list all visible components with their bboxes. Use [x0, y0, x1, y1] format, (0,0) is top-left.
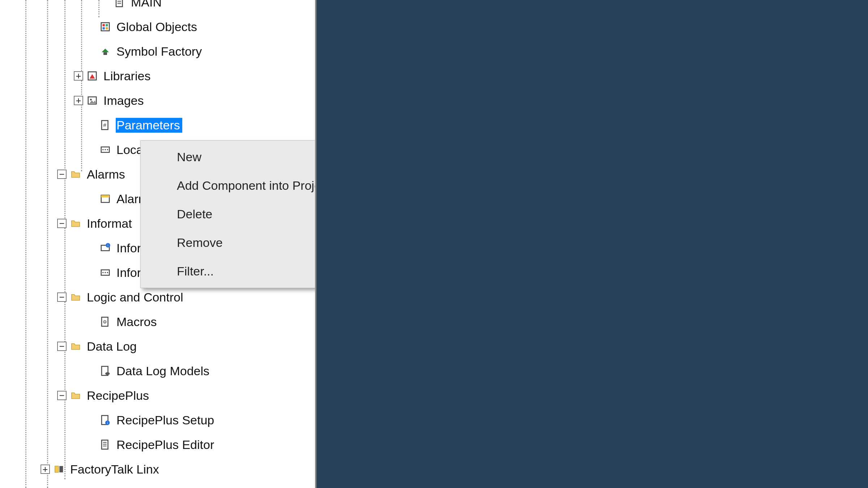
svg-point-29 — [107, 272, 109, 273]
info-setup-icon: i — [100, 243, 111, 253]
tree-item-libraries[interactable]: + Libraries — [0, 64, 315, 88]
svg-text:#: # — [103, 122, 107, 128]
macros-icon: ⚙ — [100, 316, 111, 327]
expander-minus[interactable]: − — [57, 391, 67, 400]
libraries-icon — [87, 70, 98, 81]
folder-icon — [70, 169, 81, 180]
symbol-factory-icon — [100, 46, 111, 57]
tree-label: MAIN — [130, 0, 164, 10]
tree-item-recipeplus-setup[interactable]: i RecipePlus Setup — [0, 408, 315, 432]
tree-label: RecipePlus Setup — [116, 413, 216, 428]
svg-text:i: i — [108, 244, 109, 247]
factorytalk-linx-icon — [54, 464, 64, 475]
tree-label: Symbol Factory — [116, 44, 204, 59]
tree-label: Logic and Control — [86, 290, 186, 305]
tree-item-symbol-factory[interactable]: Symbol Factory — [0, 39, 315, 64]
context-menu: New Add Component into Project... Delete… — [140, 140, 316, 288]
menu-item-new[interactable]: New — [141, 143, 316, 171]
tree-label: Libraries — [103, 69, 153, 84]
svg-rect-42 — [59, 466, 63, 472]
alarm-setup-icon — [100, 193, 111, 204]
expander-plus[interactable]: + — [74, 71, 83, 81]
folder-icon — [70, 218, 81, 229]
expander-minus[interactable]: − — [57, 342, 67, 351]
folder-icon — [70, 341, 81, 352]
recipe-editor-icon — [100, 439, 111, 450]
svg-rect-22 — [101, 195, 110, 197]
tree-label: Macros — [116, 314, 159, 329]
svg-rect-8 — [106, 27, 108, 29]
svg-point-18 — [102, 149, 104, 150]
tree-label: RecipePlus — [86, 388, 151, 403]
expander-plus[interactable]: + — [74, 96, 83, 105]
svg-text:⚙: ⚙ — [103, 320, 107, 325]
content-area — [316, 0, 868, 488]
tree-label-selected: Parameters — [116, 118, 182, 133]
tree-item-macros[interactable]: ⚙ Macros — [0, 309, 315, 334]
tree-label: FactoryTalk Linx — [69, 462, 161, 477]
tree-label: Alarms — [86, 167, 127, 182]
tree-item-factorytalk-linx[interactable]: + FactoryTalk Linx — [0, 457, 315, 481]
tree-label: Images — [103, 93, 146, 108]
tree-label: Global Objects — [116, 20, 199, 34]
menu-item-remove[interactable]: Remove — [141, 228, 316, 257]
expander-minus[interactable]: − — [57, 219, 67, 228]
tree-label: RecipePlus Editor — [116, 437, 216, 452]
local-messages-icon — [100, 144, 111, 155]
svg-point-20 — [107, 149, 109, 150]
tree-item-images[interactable]: + Images — [0, 88, 315, 113]
tree-item-global-objects[interactable]: Global Objects — [0, 14, 315, 39]
tree-item-recipeplus-editor[interactable]: RecipePlus Editor — [0, 432, 315, 457]
document-icon — [114, 0, 125, 8]
tree-label: Data Log Models — [116, 364, 212, 378]
expander-minus[interactable]: − — [57, 292, 67, 302]
svg-rect-7 — [103, 27, 105, 29]
menu-item-add-component[interactable]: Add Component into Project... — [141, 171, 316, 200]
tree-item-recipeplus[interactable]: − RecipePlus — [0, 383, 315, 408]
tree-label: Infor — [116, 265, 143, 280]
svg-point-27 — [102, 272, 104, 273]
svg-point-19 — [105, 149, 106, 150]
datalog-models-icon — [100, 365, 111, 376]
tree-item-parameters[interactable]: # Parameters — [0, 113, 315, 137]
recipe-setup-icon: i — [100, 415, 111, 425]
svg-rect-9 — [103, 52, 107, 55]
parameters-icon: # — [100, 120, 111, 130]
tree-item-datalog-models[interactable]: Data Log Models — [0, 359, 315, 383]
svg-rect-37 — [102, 440, 108, 449]
svg-rect-4 — [101, 23, 110, 31]
svg-point-28 — [105, 272, 106, 273]
tree-label: Data Log — [86, 339, 139, 354]
tree-item-logic[interactable]: − Logic and Control — [0, 285, 315, 309]
tree-label: Informat — [86, 216, 134, 231]
info-messages-icon — [100, 267, 111, 278]
expander-plus[interactable]: + — [41, 465, 50, 474]
svg-rect-41 — [55, 466, 59, 472]
global-objects-icon — [100, 21, 111, 32]
svg-rect-6 — [106, 24, 108, 26]
svg-point-33 — [105, 372, 110, 375]
menu-item-filter[interactable]: Filter... — [141, 257, 316, 286]
tree-item-main[interactable]: MAIN — [0, 0, 315, 14]
svg-point-13 — [90, 99, 92, 100]
menu-item-delete[interactable]: Delete — [141, 200, 316, 228]
folder-icon — [70, 390, 81, 401]
svg-rect-5 — [103, 24, 105, 26]
project-tree-panel: MAIN Global Objects Symbol Factory + Lib… — [0, 0, 316, 488]
svg-text:i: i — [107, 421, 108, 425]
folder-icon — [70, 292, 81, 303]
images-icon — [87, 95, 98, 106]
tree-item-datalog[interactable]: − Data Log — [0, 334, 315, 359]
expander-minus[interactable]: − — [57, 170, 67, 179]
